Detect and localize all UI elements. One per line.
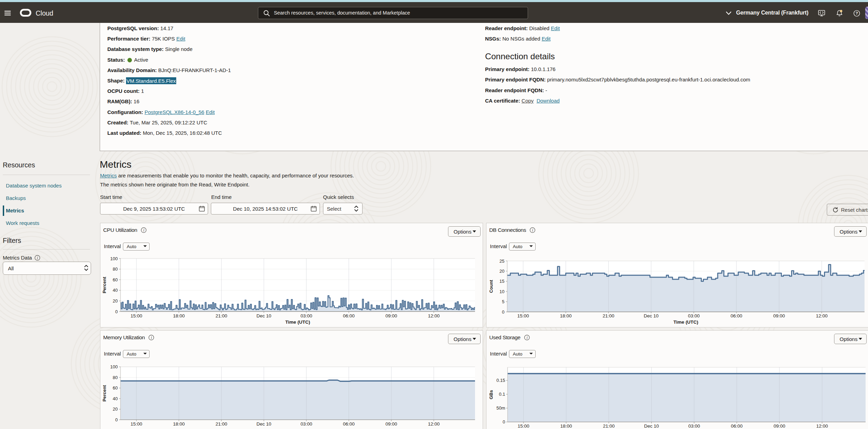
svg-text:0: 0 <box>115 417 118 422</box>
svg-text:Dec 10: Dec 10 <box>644 423 659 429</box>
svg-text:06:00: 06:00 <box>731 313 742 318</box>
svg-text:0: 0 <box>115 309 118 314</box>
svg-text:Dec 10: Dec 10 <box>644 313 659 318</box>
svg-text:03:00: 03:00 <box>301 421 312 427</box>
svg-text:80: 80 <box>113 375 118 380</box>
svg-text:Percent: Percent <box>102 277 107 293</box>
svg-text:40: 40 <box>113 396 118 401</box>
svg-text:60: 60 <box>113 385 118 391</box>
svg-text:15:00: 15:00 <box>131 313 142 318</box>
svg-text:18:00: 18:00 <box>560 313 572 318</box>
svg-text:Time (UTC): Time (UTC) <box>285 319 310 325</box>
svg-text:15:00: 15:00 <box>518 423 529 429</box>
svg-text:12:00: 12:00 <box>816 423 828 429</box>
svg-text:25: 25 <box>500 259 504 264</box>
svg-text:03:00: 03:00 <box>301 313 312 318</box>
svg-text:09:00: 09:00 <box>385 313 397 318</box>
svg-text:03:00: 03:00 <box>688 313 700 318</box>
svg-text:Time (UTC): Time (UTC) <box>673 319 698 325</box>
svg-text:15: 15 <box>500 279 504 284</box>
svg-text:21:00: 21:00 <box>603 423 615 429</box>
svg-text:12:00: 12:00 <box>428 313 440 318</box>
svg-text:18:00: 18:00 <box>560 423 572 429</box>
svg-text:15:00: 15:00 <box>517 313 529 318</box>
svg-text:09:00: 09:00 <box>773 313 785 318</box>
svg-text:20: 20 <box>113 298 118 304</box>
svg-text:Count: Count <box>489 280 494 293</box>
svg-text:18:00: 18:00 <box>173 421 185 427</box>
svg-text:0: 0 <box>502 309 504 315</box>
svg-text:Percent: Percent <box>102 385 107 401</box>
svg-text:12:00: 12:00 <box>428 421 440 427</box>
svg-text:12:00: 12:00 <box>816 313 828 318</box>
svg-text:i: i <box>37 255 38 260</box>
svg-text:06:00: 06:00 <box>343 421 355 427</box>
svg-text:0.1: 0.1 <box>499 392 505 397</box>
svg-text:60: 60 <box>113 277 118 282</box>
svg-text:20: 20 <box>113 406 118 412</box>
svg-text:03:00: 03:00 <box>688 423 700 429</box>
svg-text:GBs: GBs <box>489 390 494 399</box>
svg-text:09:00: 09:00 <box>773 423 785 429</box>
svg-text:80: 80 <box>113 266 118 272</box>
svg-text:100: 100 <box>110 256 118 261</box>
svg-text:0.15: 0.15 <box>496 378 505 383</box>
svg-text:21:00: 21:00 <box>603 313 615 318</box>
svg-text:20: 20 <box>500 269 504 274</box>
svg-text:?: ? <box>856 11 858 15</box>
svg-text:Dec 10: Dec 10 <box>257 313 271 318</box>
svg-text:06:00: 06:00 <box>343 313 355 318</box>
svg-text:09:00: 09:00 <box>385 421 397 427</box>
svg-text:10: 10 <box>500 289 504 294</box>
svg-text:06:00: 06:00 <box>731 423 743 429</box>
svg-text:15:00: 15:00 <box>131 421 142 427</box>
svg-text:100: 100 <box>110 364 118 369</box>
svg-text:40: 40 <box>113 288 118 293</box>
svg-text:18:00: 18:00 <box>173 313 185 318</box>
svg-text:21:00: 21:00 <box>216 421 227 427</box>
svg-text:21:00: 21:00 <box>216 313 227 318</box>
svg-text:0: 0 <box>503 419 505 424</box>
svg-text:50m: 50m <box>496 405 505 411</box>
svg-text:Dec 10: Dec 10 <box>257 421 271 427</box>
svg-text:5: 5 <box>502 299 504 304</box>
